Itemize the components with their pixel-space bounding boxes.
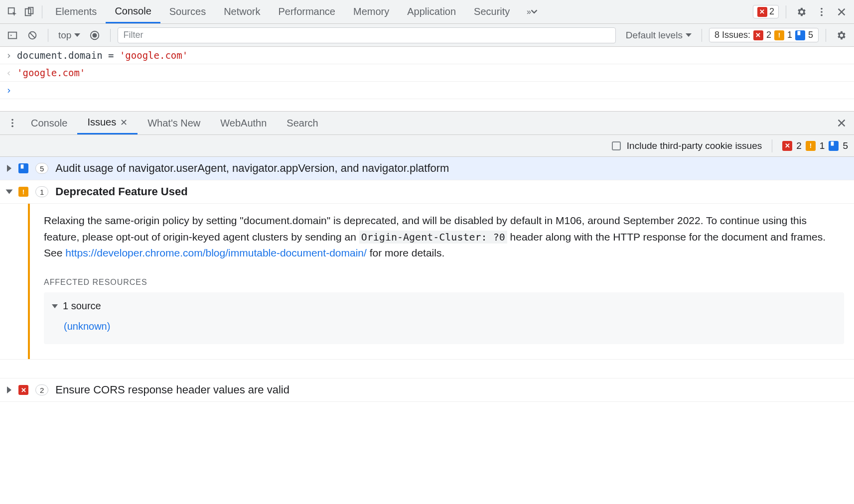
issue-body: Relaxing the same-origin policy by setti…	[30, 204, 854, 359]
console-filter-input[interactable]	[118, 27, 615, 43]
close-devtools-icon[interactable]	[833, 3, 850, 20]
console-sub-toolbar: top Default levels 8 Issues: ✕2 !1 ▘5	[0, 24, 854, 47]
toolbar-divider	[48, 29, 48, 42]
header-info-count: 5	[843, 140, 848, 151]
kebab-menu-icon[interactable]	[813, 3, 830, 20]
svg-point-5	[821, 14, 823, 16]
header-warn-count: 1	[820, 140, 825, 151]
svg-point-10	[11, 119, 13, 121]
svg-point-4	[821, 11, 823, 13]
affected-resources-box: 1 source (unknown)	[44, 292, 844, 344]
console-input-code: document.domain = 'google.com'	[17, 50, 188, 61]
expand-toggle-icon[interactable]	[6, 190, 13, 194]
tab-elements[interactable]: Elements	[46, 0, 106, 23]
console-prompt-row[interactable]: ›	[0, 82, 854, 99]
toolbar-divider	[110, 29, 111, 42]
info-icon: ▘	[795, 30, 805, 40]
expand-toggle-icon[interactable]	[7, 165, 11, 172]
drawer-tab-issues[interactable]: Issues ✕	[77, 112, 138, 134]
expand-toggle-icon[interactable]	[52, 304, 58, 308]
drawer-tab-webauthn[interactable]: WebAuthn	[210, 112, 277, 134]
issue-title: Audit usage of navigator.userAgent, navi…	[55, 162, 449, 175]
chevron-down-icon	[74, 33, 80, 37]
close-tab-icon[interactable]: ✕	[120, 117, 128, 128]
device-toolbar-icon[interactable]	[21, 3, 38, 20]
tab-memory[interactable]: Memory	[344, 0, 398, 23]
issues-panel-header: Include third-party cookie issues ✕2 !1 …	[0, 135, 854, 157]
more-tabs-icon[interactable]: »	[528, 3, 545, 20]
error-count-text: 2	[769, 6, 774, 17]
issue-separator	[0, 360, 854, 378]
console-log-area: › document.domain = 'google.com' ‹ 'goog…	[0, 47, 854, 99]
issue-description: Relaxing the same-origin policy by setti…	[44, 213, 844, 261]
issue-code-snippet: Origin-Agent-Cluster: ?0	[359, 231, 507, 244]
drawer-tab-console[interactable]: Console	[21, 112, 77, 134]
issues-warn-count: 1	[787, 30, 792, 40]
svg-rect-6	[8, 32, 17, 38]
issues-summary-button[interactable]: 8 Issues: ✕2 !1 ▘5	[709, 28, 819, 42]
issue-doc-link[interactable]: https://developer.chrome.com/blog/immuta…	[65, 247, 367, 258]
affected-resources-label: Affected Resources	[44, 276, 844, 289]
affected-source-count: 1 source	[63, 298, 101, 314]
include-3p-checkbox[interactable]	[612, 141, 621, 150]
main-tab-list: Elements Console Sources Network Perform…	[46, 0, 753, 23]
live-expression-icon[interactable]	[86, 27, 103, 44]
header-err-count: 2	[796, 140, 802, 151]
console-settings-gear-icon[interactable]	[833, 27, 850, 44]
context-label: top	[58, 30, 71, 41]
drawer-tab-search[interactable]: Search	[277, 112, 328, 134]
issues-count-group: ✕2 !1 ▘5	[782, 140, 848, 151]
issue-title: Deprecated Feature Used	[55, 185, 187, 198]
issues-info-count: 5	[808, 30, 813, 40]
clear-console-icon[interactable]	[24, 27, 41, 44]
console-input-row: › document.domain = 'google.com'	[0, 47, 854, 64]
info-icon: ▘	[18, 163, 28, 173]
drawer-tab-issues-label: Issues	[87, 117, 116, 128]
tab-network[interactable]: Network	[215, 0, 269, 23]
prompt-caret-icon: ›	[6, 85, 17, 96]
svg-point-8	[93, 33, 97, 37]
svg-point-12	[11, 126, 13, 127]
issue-count-pill: 1	[35, 186, 48, 197]
svg-point-3	[821, 7, 823, 9]
drawer-kebab-icon[interactable]	[4, 115, 21, 131]
context-selector[interactable]: top	[55, 30, 83, 41]
error-count-badge[interactable]: ✕ 2	[753, 5, 779, 18]
inspect-element-icon[interactable]	[4, 3, 21, 20]
issue-row-cors[interactable]: ✕ 2 Ensure CORS response header values a…	[0, 378, 854, 402]
toolbar-divider	[826, 29, 826, 42]
tab-security[interactable]: Security	[465, 0, 519, 23]
error-icon: ✕	[757, 7, 767, 17]
expand-toggle-icon[interactable]	[7, 386, 11, 393]
drawer-tab-whats-new[interactable]: What's New	[138, 112, 210, 134]
issue-title: Ensure CORS response header values are v…	[55, 383, 289, 396]
toolbar-divider	[772, 139, 772, 152]
tab-application[interactable]: Application	[398, 0, 465, 23]
affected-source-row[interactable]: 1 source	[52, 298, 836, 314]
drawer-tab-bar: Console Issues ✕ What's New WebAuthn Sea…	[0, 111, 854, 135]
console-sidebar-toggle-icon[interactable]	[4, 27, 21, 44]
issues-label: 8 Issues:	[714, 30, 750, 40]
console-output-value: 'google.com'	[17, 67, 85, 78]
issue-row-audit[interactable]: ▘ 5 Audit usage of navigator.userAgent, …	[0, 157, 854, 180]
devtools-main-toolbar: Elements Console Sources Network Perform…	[0, 0, 854, 24]
info-icon: ▘	[829, 141, 839, 151]
close-drawer-icon[interactable]	[833, 115, 850, 131]
toolbar-divider	[702, 29, 702, 42]
toolbar-divider	[786, 5, 786, 18]
input-caret-icon: ›	[6, 50, 17, 61]
warning-icon: !	[774, 30, 784, 40]
error-icon: ✕	[782, 141, 792, 151]
tab-sources[interactable]: Sources	[160, 0, 215, 23]
tab-performance[interactable]: Performance	[270, 0, 345, 23]
issue-detail-deprecated: Relaxing the same-origin policy by setti…	[0, 204, 854, 360]
affected-source-link[interactable]: (unknown)	[64, 319, 836, 334]
settings-gear-icon[interactable]	[793, 3, 810, 20]
toolbar-right-cluster: ✕ 2	[753, 3, 850, 20]
error-icon: ✕	[18, 385, 28, 395]
issue-row-deprecated[interactable]: ! 1 Deprecated Feature Used	[0, 180, 854, 204]
tab-console[interactable]: Console	[106, 0, 160, 23]
log-levels-dropdown[interactable]: Default levels	[623, 30, 695, 41]
svg-point-11	[11, 122, 13, 124]
output-caret-icon: ‹	[6, 67, 17, 78]
